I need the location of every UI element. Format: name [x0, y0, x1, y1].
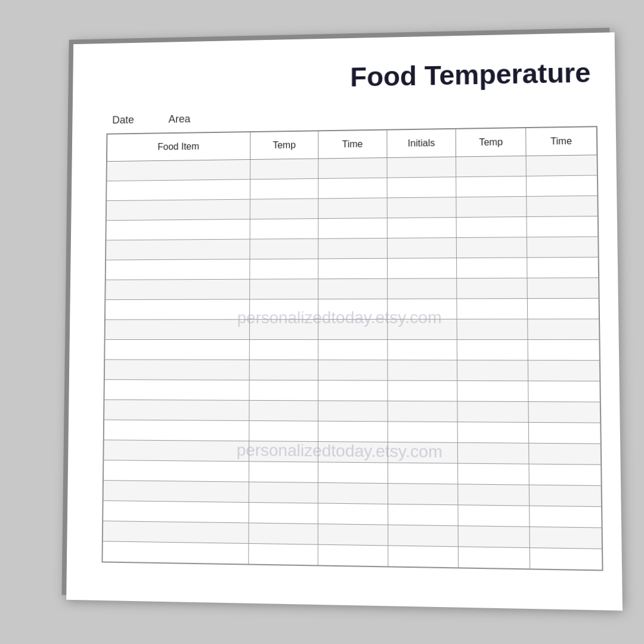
table-cell[interactable]	[318, 421, 388, 442]
table-cell[interactable]	[388, 380, 458, 401]
table-cell[interactable]	[456, 196, 527, 217]
table-cell[interactable]	[104, 380, 249, 401]
table-cell[interactable]	[103, 501, 249, 523]
table-cell[interactable]	[106, 259, 250, 280]
table-cell[interactable]	[388, 401, 458, 422]
table-cell[interactable]	[249, 400, 318, 421]
table-cell[interactable]	[457, 258, 527, 278]
table-cell[interactable]	[459, 526, 530, 548]
table-cell[interactable]	[457, 278, 527, 299]
table-cell[interactable]	[457, 319, 528, 340]
table-cell[interactable]	[387, 340, 457, 360]
table-cell[interactable]	[104, 360, 249, 380]
table-cell[interactable]	[250, 159, 318, 179]
table-cell[interactable]	[388, 442, 458, 463]
table-cell[interactable]	[103, 460, 249, 482]
table-cell[interactable]	[387, 299, 457, 319]
table-cell[interactable]	[249, 441, 318, 462]
table-cell[interactable]	[106, 239, 250, 260]
table-cell[interactable]	[250, 279, 318, 299]
table-cell[interactable]	[249, 320, 318, 340]
table-cell[interactable]	[527, 216, 597, 237]
table-cell[interactable]	[387, 319, 457, 339]
table-cell[interactable]	[104, 440, 249, 462]
table-cell[interactable]	[249, 543, 318, 565]
table-cell[interactable]	[318, 299, 387, 319]
table-cell[interactable]	[103, 521, 249, 544]
table-cell[interactable]	[388, 504, 458, 525]
table-cell[interactable]	[104, 420, 249, 441]
table-cell[interactable]	[388, 360, 458, 381]
table-cell[interactable]	[318, 544, 388, 566]
table-cell[interactable]	[249, 360, 318, 380]
table-cell[interactable]	[530, 485, 602, 507]
table-cell[interactable]	[530, 548, 602, 570]
table-cell[interactable]	[318, 360, 387, 380]
table-cell[interactable]	[318, 380, 387, 401]
table-cell[interactable]	[106, 219, 250, 240]
table-cell[interactable]	[387, 258, 457, 279]
table-cell[interactable]	[250, 178, 318, 199]
table-cell[interactable]	[249, 380, 318, 401]
table-cell[interactable]	[107, 179, 250, 201]
table-cell[interactable]	[107, 159, 250, 181]
table-cell[interactable]	[388, 422, 458, 442]
table-cell[interactable]	[318, 238, 388, 259]
table-cell[interactable]	[387, 157, 456, 178]
table-cell[interactable]	[527, 196, 597, 216]
table-cell[interactable]	[457, 401, 528, 422]
table-cell[interactable]	[249, 503, 318, 524]
table-cell[interactable]	[458, 484, 530, 506]
table-cell[interactable]	[250, 219, 318, 239]
table-cell[interactable]	[528, 298, 599, 319]
table-cell[interactable]	[318, 401, 388, 422]
table-cell[interactable]	[458, 442, 529, 464]
table-cell[interactable]	[318, 218, 388, 239]
table-cell[interactable]	[103, 481, 249, 503]
table-cell[interactable]	[318, 524, 388, 546]
table-cell[interactable]	[457, 217, 527, 238]
table-cell[interactable]	[530, 506, 602, 528]
table-cell[interactable]	[529, 422, 601, 444]
table-cell[interactable]	[249, 462, 318, 483]
table-cell[interactable]	[103, 541, 249, 564]
table-cell[interactable]	[387, 177, 457, 198]
table-cell[interactable]	[457, 360, 528, 381]
table-cell[interactable]	[457, 237, 527, 258]
table-cell[interactable]	[527, 175, 597, 196]
table-cell[interactable]	[387, 218, 457, 239]
table-cell[interactable]	[527, 278, 599, 299]
table-cell[interactable]	[388, 484, 458, 505]
table-cell[interactable]	[104, 400, 250, 420]
table-cell[interactable]	[456, 156, 527, 177]
table-cell[interactable]	[458, 422, 529, 444]
table-cell[interactable]	[388, 463, 458, 484]
table-cell[interactable]	[528, 360, 600, 381]
table-cell[interactable]	[106, 199, 250, 221]
table-cell[interactable]	[318, 198, 387, 219]
table-cell[interactable]	[250, 299, 318, 320]
table-cell[interactable]	[318, 258, 387, 278]
table-cell[interactable]	[106, 279, 250, 299]
table-cell[interactable]	[318, 503, 388, 525]
table-cell[interactable]	[105, 320, 250, 340]
table-cell[interactable]	[318, 442, 388, 463]
table-cell[interactable]	[105, 339, 250, 360]
table-cell[interactable]	[388, 546, 459, 568]
table-cell[interactable]	[528, 402, 600, 423]
table-cell[interactable]	[318, 482, 388, 504]
table-cell[interactable]	[456, 176, 527, 197]
table-cell[interactable]	[318, 340, 387, 360]
table-cell[interactable]	[458, 505, 530, 527]
table-cell[interactable]	[528, 340, 599, 361]
table-cell[interactable]	[318, 319, 387, 339]
table-cell[interactable]	[527, 237, 599, 258]
table-cell[interactable]	[318, 178, 387, 199]
table-cell[interactable]	[249, 482, 318, 503]
table-cell[interactable]	[459, 547, 530, 569]
table-cell[interactable]	[457, 340, 528, 361]
table-cell[interactable]	[530, 527, 602, 549]
table-cell[interactable]	[528, 319, 599, 340]
table-cell[interactable]	[387, 278, 457, 299]
table-cell[interactable]	[318, 278, 387, 299]
